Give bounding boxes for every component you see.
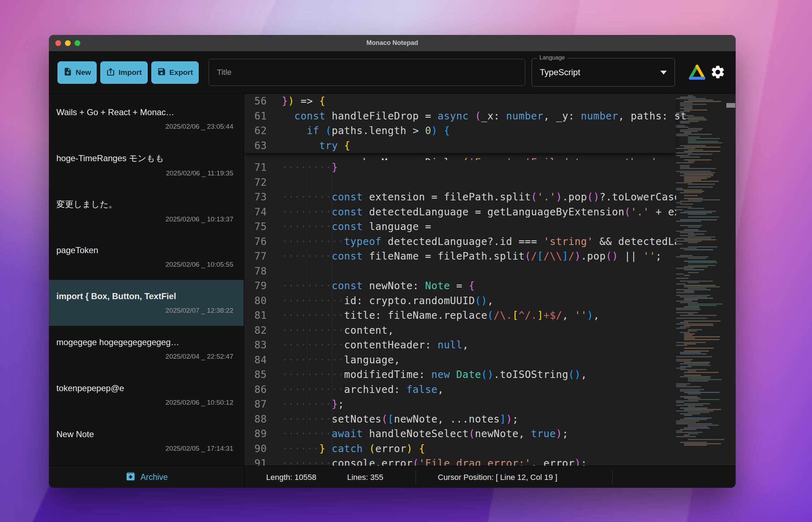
code-line[interactable]: 89········await handleNoteSelect(newNote…: [244, 426, 676, 441]
new-button-label: New: [76, 68, 91, 77]
export-button[interactable]: Export: [151, 61, 199, 84]
code-text: ··········content,: [282, 323, 394, 338]
line-number: 85: [244, 367, 267, 382]
code-line[interactable]: 82··········content,: [244, 323, 676, 338]
code-text: try {: [282, 138, 350, 153]
note-list-item[interactable]: 変更しました。2025/02/06 _ 10:13:37: [49, 188, 244, 234]
minimap[interactable]: [676, 94, 726, 466]
editor-viewport: 71········}7273········const extension =…: [244, 160, 676, 466]
archive-button[interactable]: Archive: [123, 471, 170, 484]
code-line[interactable]: 72: [244, 175, 676, 190]
code-line[interactable]: 90······} catch (error) {: [244, 441, 676, 456]
line-number: 73: [244, 190, 267, 205]
code-text: ········const newNote: Note = {: [282, 278, 475, 293]
line-number: 72: [244, 175, 267, 190]
app-window: Monaco Notepad New Import Export Languag…: [49, 35, 736, 488]
line-number: 83: [244, 338, 267, 353]
note-date: 2025/02/06 _ 10:50:12: [56, 399, 233, 406]
line-number: 82: [244, 323, 267, 338]
notes-list: Wails + Go + React + Monac…2025/02/06 _ …: [49, 94, 244, 466]
code-line[interactable]: 85··········modifiedTime: new Date().toI…: [244, 367, 676, 382]
note-list-item[interactable]: tokenpepepep@e2025/02/06 _ 10:50:12: [49, 372, 244, 418]
code-line[interactable]: 81··········title: fileName.replace(/\.[…: [244, 308, 676, 323]
line-number: 80: [244, 293, 267, 308]
import-button[interactable]: Import: [100, 61, 147, 84]
code-line[interactable]: 61 const handleFileDrop = async (_x: num…: [244, 109, 676, 124]
code-line[interactable]: ············showMessageDialog('Error', '…: [244, 155, 676, 160]
code-line[interactable]: 84··········language,: [244, 353, 676, 368]
archive-button-label: Archive: [141, 472, 168, 482]
note-title: mogegege hogegegegegegeg…: [56, 337, 233, 347]
desktop-background: Monaco Notepad New Import Export Languag…: [0, 0, 812, 522]
code-text: ········}: [282, 160, 338, 175]
export-button-label: Export: [169, 68, 193, 77]
line-number: 63: [244, 138, 267, 153]
line-number: 71: [244, 160, 267, 175]
code-line[interactable]: 74········const detectedLanguage = getLa…: [244, 205, 676, 220]
settings-button[interactable]: [709, 63, 727, 82]
code-text: ········setNotes([newNote, ...notes]);: [282, 412, 518, 427]
code-line[interactable]: 87········};: [244, 397, 676, 412]
code-line[interactable]: 71········}: [244, 160, 676, 175]
save-icon: [157, 67, 166, 78]
code-line[interactable]: 86··········archived: false,: [244, 382, 676, 397]
code-line[interactable]: 91········console.error('File drag error…: [244, 456, 676, 466]
titlebar: Monaco Notepad: [49, 35, 736, 51]
new-button[interactable]: New: [57, 61, 97, 84]
note-date: 2025/02/04 _ 22:52:47: [56, 353, 233, 360]
note-title: Wails + Go + React + Monac…: [56, 107, 233, 117]
code-text: ··········id: crypto.randomUUID(),: [282, 293, 494, 308]
code-text: ············showMessageDialog('Error', '…: [282, 155, 676, 160]
code-line[interactable]: 63 try {: [244, 138, 676, 153]
gear-icon: [710, 64, 726, 81]
scrollbar-thumb[interactable]: [726, 103, 735, 108]
note-title-input[interactable]: [209, 59, 525, 86]
code-line[interactable]: 88········setNotes([newNote, ...notes]);: [244, 412, 676, 427]
code-editor[interactable]: 71········}7273········const extension =…: [244, 94, 736, 466]
code-line[interactable]: 56}) => {: [244, 94, 676, 109]
note-list-item[interactable]: Wails + Go + React + Monac…2025/02/06 _ …: [49, 96, 244, 142]
line-number: [244, 155, 267, 160]
google-drive-button[interactable]: [688, 63, 706, 82]
statusbar: Archive Length: 10558 Lines: 355 Cursor …: [49, 466, 736, 488]
language-select[interactable]: Language TypeScript: [532, 58, 675, 87]
line-number: 91: [244, 456, 267, 466]
note-list-item[interactable]: New Note2025/02/05 _ 17:14:31: [49, 418, 244, 464]
code-line[interactable]: 76··········typeof detectedLanguage?.id …: [244, 234, 676, 249]
line-number: 56: [244, 94, 267, 109]
line-number: 84: [244, 353, 267, 368]
line-number: 90: [244, 441, 267, 456]
toolbar: New Import Export Language TypeScript: [49, 51, 736, 94]
note-list-item[interactable]: pageToken2025/02/06 _ 10:05:55: [49, 234, 244, 280]
code-line[interactable]: 83··········contentHeader: null,: [244, 338, 676, 353]
line-number: 74: [244, 205, 267, 220]
code-text: if (paths.length > 0) {: [282, 123, 450, 138]
code-line[interactable]: 77········const fileName = filePath.spli…: [244, 249, 676, 264]
line-number: 79: [244, 278, 267, 293]
code-text: ··········contentHeader: null,: [282, 338, 469, 353]
note-list-item[interactable]: hoge-TimeRanges モンもも2025/02/06 _ 11:19:3…: [49, 142, 244, 188]
status-length: Length: 10558: [266, 466, 316, 488]
code-line[interactable]: 62 if (paths.length > 0) {: [244, 123, 676, 138]
code-line[interactable]: 73········const extension = filePath.spl…: [244, 190, 676, 205]
code-line[interactable]: 79········const newNote: Note = {: [244, 278, 676, 293]
line-number: 62: [244, 123, 267, 138]
code-text: ··········modifiedTime: new Date().toISO…: [282, 367, 587, 382]
code-line[interactable]: 78: [244, 264, 676, 279]
code-line[interactable]: 75········const language =: [244, 219, 676, 234]
line-number: 81: [244, 308, 267, 323]
note-list-item[interactable]: mogegege hogegegegegegeg…2025/02/04 _ 22…: [49, 326, 244, 372]
status-lines: Lines: 355: [347, 466, 384, 488]
line-number: 78: [244, 264, 267, 279]
partially-hidden-line: ············showMessageDialog('Error', '…: [244, 155, 676, 160]
note-title: pageToken: [56, 245, 233, 255]
note-date: 2025/02/07 _ 12:38:22: [56, 307, 233, 314]
line-number: 86: [244, 382, 267, 397]
line-number: 61: [244, 109, 267, 124]
code-line[interactable]: 80··········id: crypto.randomUUID(),: [244, 293, 676, 308]
code-text: ······} catch (error) {: [282, 441, 425, 456]
code-text: ··········language,: [282, 353, 400, 368]
note-list-item[interactable]: import { Box, Button, TextFiel2025/02/07…: [49, 280, 244, 326]
note-date: 2025/02/06 _ 23:05:44: [56, 123, 233, 130]
note-title: hoge-TimeRanges モンもも: [56, 153, 233, 164]
